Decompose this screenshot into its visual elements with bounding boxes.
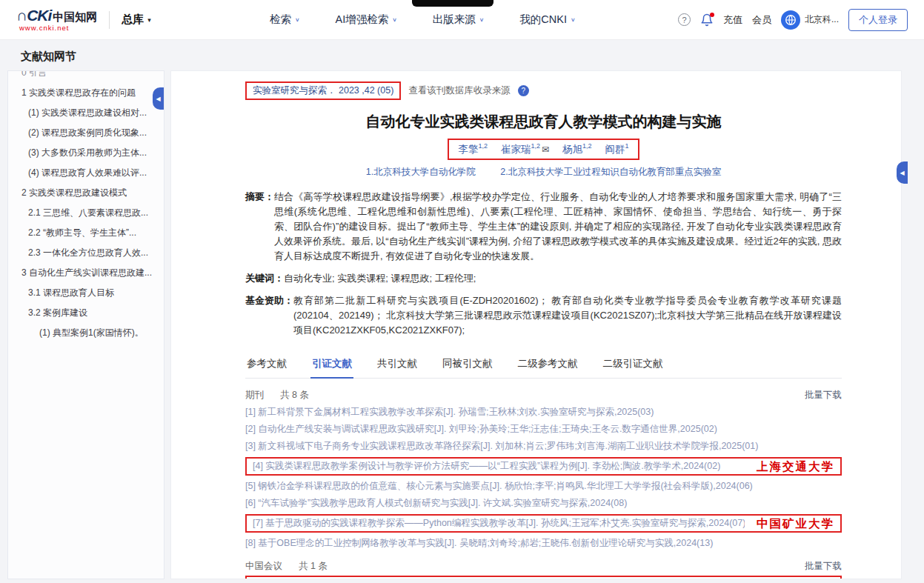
chevron-down-icon: ∨	[571, 17, 576, 23]
affiliation-link[interactable]: 1.北京科技大学自动化学院	[366, 167, 476, 177]
funding-text: 教育部第二批新工科研究与实践项目(E-ZDH20201602)； 教育部自动化类…	[293, 293, 842, 338]
citation-text[interactable]: [7] 基于思政驱动的实践课程教学探索——Python编程实践教学改革[J]. …	[253, 517, 745, 530]
outline-item[interactable]: (3) 大多数仍采用教师为主体...	[17, 143, 159, 163]
nav-my-cnki[interactable]: 我的CNKI ∨	[519, 13, 575, 27]
conference-section-header: 中国会议 共 1 条 批量下载	[245, 560, 842, 573]
outline-item[interactable]: 3.2 案例库建设	[17, 303, 159, 323]
right-panel-collapse-icon[interactable]: ◀	[897, 161, 908, 184]
notification-dot	[710, 13, 714, 17]
globe-icon	[781, 10, 800, 30]
annotation-university: 哈尔滨工业大学	[744, 579, 835, 580]
database-selector[interactable]: 总库 ▾	[122, 13, 151, 27]
journal-issue-link[interactable]: 实验室研究与探索． 2023 ,42 (05)	[245, 81, 401, 100]
affiliations-row: 1.北京科技大学自动化学院 2.北京科技大学工业过程知识自动化教育部重点实验室	[245, 166, 842, 179]
institution-badge[interactable]: 北京科...	[781, 10, 839, 30]
keywords-links[interactable]: 自动化专业; 实践类课程; 课程思政; 工程伦理;	[284, 271, 476, 286]
citation-item-highlighted[interactable]: [7] 基于思政驱动的实践课程教学探索——Python编程实践教学改革[J]. …	[245, 514, 842, 533]
authors-row: 李擎1,2 崔家瑞1,2✉ 杨旭1,2 阎群1	[245, 139, 842, 160]
help-icon[interactable]: ?	[678, 13, 691, 26]
funding-label: 基金资助：	[245, 293, 293, 338]
abstract-text: 结合《高等学校课程思政建设指导纲要》,根据学校办学定位、行业服务、自动化专业的人…	[274, 190, 842, 264]
tab-citing-works[interactable]: 引证文献	[310, 357, 353, 379]
keywords-label: 关键词：	[245, 271, 284, 286]
chevron-down-icon: ∨	[295, 17, 300, 23]
nav-ai-search[interactable]: AI增强检索 ∨	[335, 13, 396, 27]
batch-download-link[interactable]: 批量下载	[805, 389, 842, 402]
tab-co-citations[interactable]: 共引文献	[376, 357, 419, 378]
abstract-field: 摘要： 结合《高等学校课程思政建设指导纲要》,根据学校办学定位、行业服务、自动化…	[245, 190, 842, 264]
nav-search[interactable]: 检索 ∨	[270, 13, 300, 27]
batch-download-link[interactable]: 批量下载	[805, 560, 842, 573]
article-panel: 实验室研究与探索． 2023 ,42 (05) 查看该刊数据库收录来源 ? 自动…	[170, 70, 902, 579]
main-nav: 检索 ∨ AI增强检索 ∨ 出版来源 ∨ 我的CNKI ∨	[270, 13, 576, 27]
section-count: 共 1 条	[299, 560, 328, 573]
citation-item[interactable]: [2] 自动化生产线安装与调试课程思政实践研究[J]. 刘甲玲;孙美玲;王华;汪…	[245, 423, 842, 436]
tab-co-cited[interactable]: 同被引文献	[441, 357, 494, 378]
breadcrumb: 文献知网节	[0, 40, 924, 70]
citation-text[interactable]: [4] 实践类课程思政教学案例设计与教学评价方法研究——以“工程实践”课程为例[…	[253, 460, 720, 473]
nav-label: 我的CNKI	[519, 13, 567, 27]
citation-text[interactable]: [1] 实践类课程中的课程思政教学改革实践[A]. 郑文斌;凤雷;尹洪涛;乔家庆…	[253, 579, 732, 580]
citation-item-highlighted[interactable]: [4] 实践类课程思政教学案例设计与教学评价方法研究——以“工程实践”课程为例[…	[245, 457, 842, 476]
outline-item[interactable]: (1) 典型案例1(家国情怀)。	[17, 323, 159, 343]
authors-highlight-box: 李擎1,2 崔家瑞1,2✉ 杨旭1,2 阎群1	[448, 139, 639, 160]
recharge-link[interactable]: 充值	[723, 13, 742, 27]
author-link[interactable]: 李擎1,2	[458, 142, 488, 156]
keywords-field: 关键词： 自动化专业; 实践类课程; 课程思政; 工程伦理;	[245, 271, 842, 286]
conference-citation-list: [1] 实践类课程中的课程思政教学改革实践[A]. 郑文斌;凤雷;尹洪涛;乔家庆…	[245, 576, 842, 580]
author-link[interactable]: 杨旭1,2	[562, 142, 592, 156]
email-icon: ✉	[542, 144, 549, 155]
citation-item[interactable]: [3] 新文科视域下电子商务专业实践课程思政改革路径探索[J]. 刘加林;肖云;…	[245, 440, 842, 453]
affiliation-link[interactable]: 2.北京科技大学工业过程知识自动化教育部重点实验室	[500, 167, 721, 177]
member-link[interactable]: 会员	[752, 13, 771, 27]
citation-item[interactable]: [8] 基于OBE理念的工业控制网络教学改革与实践[J]. 吴晓晴;刘奇玲;郝岩…	[245, 537, 842, 550]
nav-label: AI增强检索	[335, 13, 388, 27]
chevron-down-icon: ∨	[392, 17, 397, 23]
cnki-logo-url: www.cnki.net	[19, 24, 97, 32]
citation-item[interactable]: [5] 钢铁冶金学科课程思政的价值意蕴、核心元素与实施要点[J]. 杨欣怡;李平…	[245, 480, 842, 493]
outline-item[interactable]: 2.3 一体化全方位思政育人效...	[17, 243, 159, 263]
outline-item[interactable]: (4) 课程思政育人效果难以评...	[17, 163, 159, 183]
nav-label: 检索	[270, 13, 291, 27]
outline-item[interactable]: 2 实践类课程思政建设模式	[17, 183, 159, 203]
annotation-university: 上海交通大学	[757, 460, 834, 473]
outline-item[interactable]: 0 引言	[17, 70, 159, 83]
article-title: 自动化专业实践类课程思政育人教学模式的构建与实施	[245, 112, 842, 132]
annotation-university: 中国矿业大学	[757, 517, 834, 530]
abstract-label: 摘要：	[245, 190, 274, 264]
personal-login-button[interactable]: 个人登录	[848, 9, 908, 31]
tab-references[interactable]: 参考文献	[245, 357, 288, 378]
nav-publications[interactable]: 出版来源 ∨	[433, 13, 485, 27]
citation-item[interactable]: [1] 新工科背景下金属材料工程实践教学改革探索[J]. 孙瑞雪;王秋林;刘欢.…	[245, 406, 842, 419]
author-link[interactable]: 阎群1	[605, 142, 629, 156]
journal-citation-list: [1] 新工科背景下金属材料工程实践教学改革探索[J]. 孙瑞雪;王秋林;刘欢.…	[245, 406, 842, 550]
notification-bell-icon[interactable]	[700, 13, 714, 27]
view-source-link[interactable]: 查看该刊数据库收录来源	[408, 84, 511, 97]
author-link[interactable]: 崔家瑞1,2✉	[501, 142, 549, 156]
chevron-down-icon: ∨	[479, 17, 485, 23]
header-right: ? 充值 会员 北京科... 个人登录	[678, 9, 908, 31]
outline-item[interactable]: 3.1 课程思政育人目标	[17, 283, 159, 303]
caret-down-icon: ▾	[147, 16, 151, 24]
info-icon[interactable]: ?	[518, 85, 529, 96]
institution-name: 北京科...	[805, 13, 839, 26]
outline-sidebar: 0 引言 1 实践类课程思政存在的问题 (1) 实践类课程思政建设相对... (…	[7, 70, 164, 579]
journal-source-line: 实验室研究与探索． 2023 ,42 (05) 查看该刊数据库收录来源 ?	[245, 81, 842, 100]
outline-item[interactable]: (1) 实践类课程思政建设相对...	[17, 103, 159, 123]
tab-secondary-references[interactable]: 二级参考文献	[516, 357, 579, 378]
cnki-logo[interactable]: ∩CKi 中国知网 www.cnki.net	[16, 7, 97, 31]
database-label: 总库	[122, 13, 144, 27]
citation-item-highlighted[interactable]: [1] 实践类课程中的课程思政教学改革实践[A]. 郑文斌;凤雷;尹洪涛;乔家庆…	[245, 576, 842, 580]
sidebar-collapse-icon[interactable]: ◀	[153, 87, 164, 110]
outline-item[interactable]: 2.2 “教师主导、学生主体”...	[17, 223, 159, 243]
outline-item[interactable]: (2) 课程思政案例同质化现象...	[17, 123, 159, 143]
top-black-bar	[412, 0, 493, 7]
cnki-logo-cn: 中国知网	[53, 11, 97, 23]
citation-item[interactable]: [6] “汽车试验学”实践教学思政育人模式创新研究与实践[J]. 许文斌.实验室…	[245, 497, 842, 510]
header-divider	[109, 11, 110, 29]
outline-item[interactable]: 1 实践类课程思政存在的问题	[17, 83, 159, 103]
tab-secondary-citing[interactable]: 二级引证文献	[602, 357, 665, 378]
outline-item[interactable]: 3 自动化生产线实训课程思政建...	[17, 263, 159, 283]
content-row: 0 引言 1 实践类课程思政存在的问题 (1) 实践类课程思政建设相对... (…	[0, 70, 924, 579]
outline-item[interactable]: 2.1 三思维、八要素课程思政...	[17, 203, 159, 223]
